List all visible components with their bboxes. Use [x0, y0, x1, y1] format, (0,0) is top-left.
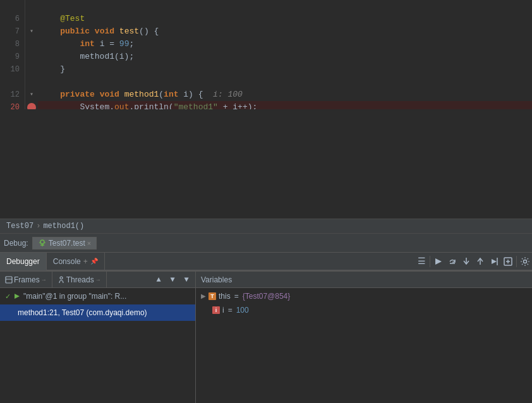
- step-over-icon: [447, 256, 457, 267]
- var-type-icon-this: T: [209, 292, 216, 300]
- frames-pin: →: [41, 277, 47, 283]
- toolbar-btn-run-cursor[interactable]: [487, 255, 501, 268]
- code-line: }: [38, 63, 532, 76]
- threads-label: Threads: [66, 275, 94, 284]
- tab-debugger-label: Debugger: [6, 257, 40, 266]
- tab-debugger[interactable]: Debugger: [0, 253, 47, 270]
- toolbar-bar: Debugger Console + 📌 ☰: [0, 253, 532, 270]
- frames-icon: [5, 276, 13, 284]
- debug-tab-test07[interactable]: Test07.test ×: [32, 237, 97, 250]
- var-val-i: 100: [236, 303, 249, 317]
- line-numbers: 6 7 8 9 10 12 20 21 22 24 25 26 27 28 29: [0, 0, 25, 109]
- var-eq-this: =: [234, 289, 239, 303]
- toolbar-btn-eval[interactable]: [501, 255, 515, 268]
- frame-label: method1:21, Test07 (com.dyaqi.demo): [18, 304, 147, 321]
- sub-tabs: Frames → Threads → ▲ ▼ ▼: [0, 272, 195, 288]
- svg-point-12: [524, 260, 527, 263]
- var-row-this[interactable]: ▶ T this = {Test07@854}: [196, 289, 532, 303]
- resume-icon: [433, 256, 444, 267]
- var-type-icon-i: i: [212, 306, 220, 314]
- step-out-icon: [475, 256, 485, 267]
- breakpoint-icon: [27, 103, 36, 109]
- breadcrumb-part2[interactable]: method1(): [43, 222, 84, 231]
- code-line: @Test: [38, 13, 532, 25]
- tab-console-label: Console: [53, 257, 81, 266]
- toolbar-sep-1: [430, 256, 430, 267]
- empty-editor-area: [0, 109, 532, 219]
- thread-up-btn[interactable]: ▲: [152, 274, 165, 286]
- vars-header: Variables: [196, 272, 532, 288]
- var-eq-i: =: [228, 303, 233, 317]
- expand-icon-this: ▶: [201, 289, 206, 303]
- var-name-this: this: [219, 289, 231, 303]
- debug-bar: Debug: Test07.test ×: [0, 234, 532, 253]
- left-panel: Frames → Threads → ▲ ▼ ▼ ✓: [0, 272, 196, 403]
- code-container: 6 7 8 9 10 12 20 21 22 24 25 26 27 28 29…: [0, 0, 532, 109]
- code-line: method1(i);: [38, 51, 532, 63]
- svg-point-15: [60, 277, 63, 279]
- var-row-i[interactable]: i i = 100: [196, 303, 532, 317]
- bottom-panel: Frames → Threads → ▲ ▼ ▼ ✓: [0, 270, 532, 403]
- right-panel: Variables ▶ T this = {Test07@854} i i =: [196, 272, 532, 403]
- code-line: [38, 0, 532, 13]
- debug-tab-label: Test07.test: [49, 239, 85, 248]
- thread-filter-btn[interactable]: ▼: [180, 274, 193, 286]
- toolbar-btn-step-into[interactable]: [459, 255, 473, 268]
- frames-label: Frames: [14, 275, 40, 284]
- threads-icon: [57, 276, 65, 284]
- var-val-this: {Test07@854}: [243, 289, 291, 303]
- toolbar-btn-resume[interactable]: [432, 255, 445, 268]
- toolbar-sep-2: [516, 256, 517, 267]
- console-pin-icon: 📌: [90, 258, 98, 265]
- breadcrumb-part1[interactable]: Test07: [6, 222, 33, 231]
- thread-down-btn[interactable]: ▼: [166, 274, 179, 286]
- code-line-breakpoint: System.out.println("method1" + i++);: [38, 101, 532, 109]
- thread-check: ✓: [5, 288, 11, 304]
- console-add-icon: +: [83, 257, 88, 266]
- vars-header-label: Variables: [201, 275, 232, 284]
- toolbar-btn-settings[interactable]: [518, 255, 532, 268]
- thread-group-item[interactable]: ✓ "main"@1 in group "main": R...: [0, 288, 195, 304]
- panel-content: Frames → Threads → ▲ ▼ ▼ ✓: [0, 272, 532, 403]
- debug-label: Debug:: [4, 239, 28, 248]
- breadcrumb-separator: ›: [36, 222, 40, 231]
- code-lines: @Test public void test() { int i = 99; m…: [38, 0, 532, 109]
- frame-item-selected[interactable]: method1:21, Test07 (com.dyaqi.demo): [0, 304, 195, 321]
- gutter: ▾ ▾ ➤ ▾: [25, 0, 38, 109]
- toolbar-btn-step-over[interactable]: [445, 255, 459, 268]
- debug-tab-close[interactable]: ×: [87, 239, 91, 247]
- editor-area: 6 7 8 9 10 12 20 21 22 24 25 26 27 28 29…: [0, 0, 532, 219]
- code-line: private void method1(int i) { i: 100: [38, 88, 532, 101]
- vars-list: ▶ T this = {Test07@854} i i = 100: [196, 288, 532, 403]
- frames-list: ✓ "main"@1 in group "main": R... method1…: [0, 288, 195, 403]
- eval-icon: [503, 256, 513, 267]
- code-line: public void test() {: [38, 25, 532, 38]
- run-to-cursor-icon: [489, 256, 499, 267]
- code-line: int i = 99;: [38, 38, 532, 51]
- tab-console[interactable]: Console + 📌: [47, 253, 105, 270]
- breadcrumb: Test07 › method1(): [0, 219, 532, 234]
- svg-rect-13: [6, 277, 12, 283]
- sub-tab-threads[interactable]: Threads →: [52, 272, 107, 288]
- thread-run-icon: [13, 292, 21, 300]
- var-name-i: i: [222, 303, 224, 317]
- settings-icon: [520, 256, 530, 267]
- svg-marker-16: [15, 294, 20, 299]
- toolbar-btn-list[interactable]: ☰: [414, 255, 428, 268]
- sub-tab-toolbar: ▲ ▼ ▼: [152, 274, 195, 286]
- threads-pin: →: [95, 277, 101, 283]
- code-line: [38, 76, 532, 88]
- thread-label: "main"@1 in group "main": R...: [23, 288, 126, 304]
- bug-icon: [38, 239, 47, 248]
- sub-tab-frames[interactable]: Frames →: [0, 272, 52, 288]
- step-into-icon: [461, 256, 471, 267]
- toolbar-btn-step-out[interactable]: [473, 255, 487, 268]
